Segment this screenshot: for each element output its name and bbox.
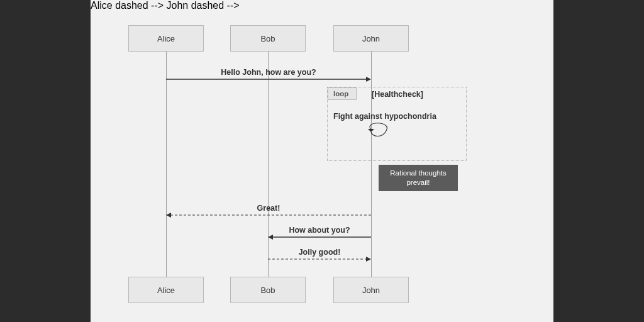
actor-label: Bob: [260, 34, 275, 43]
loop-self-message-text: Fight against hypochondria: [333, 112, 436, 121]
actor-label: Alice: [157, 286, 175, 295]
actor-bob-top: Bob: [230, 25, 306, 52]
actor-john-bottom: John: [333, 277, 409, 303]
self-loop-icon: [367, 123, 392, 141]
arrow-icon: [268, 258, 371, 260]
svg-marker-8: [366, 257, 371, 262]
arrow-icon: [166, 78, 371, 80]
arrow-icon: [268, 236, 371, 238]
loop-frame: loop [Healthcheck]: [327, 87, 467, 161]
svg-marker-1: [366, 77, 371, 82]
svg-marker-2: [368, 129, 374, 132]
actor-alice-top: Alice: [128, 25, 204, 52]
message-text: Jolly good!: [268, 248, 371, 257]
message-text: Great!: [166, 204, 371, 213]
arrow-icon: [166, 214, 371, 216]
message-text: How about you?: [268, 226, 371, 235]
actor-bob-bottom: Bob: [230, 277, 306, 303]
loop-tag-label: loop: [333, 90, 348, 97]
actor-john-top: John: [333, 25, 409, 52]
actor-alice-bottom: Alice: [128, 277, 204, 303]
loop-tag: loop: [328, 87, 357, 100]
actor-label: John: [362, 34, 380, 43]
actor-label: John: [362, 286, 380, 295]
message-text: Hello John, how are you?: [166, 68, 371, 77]
lifeline-alice: [166, 52, 167, 297]
svg-marker-4: [166, 213, 171, 218]
svg-marker-6: [268, 235, 273, 240]
note-text: Rational thoughts prevail!: [390, 169, 447, 186]
diagram-canvas: Alice Bob John Alice Bob John Hello John…: [91, 0, 553, 322]
loop-condition: [Healthcheck]: [372, 90, 423, 99]
actor-label: Alice: [157, 34, 175, 43]
actor-label: Bob: [260, 286, 275, 295]
note-box: Rational thoughts prevail!: [379, 165, 458, 191]
